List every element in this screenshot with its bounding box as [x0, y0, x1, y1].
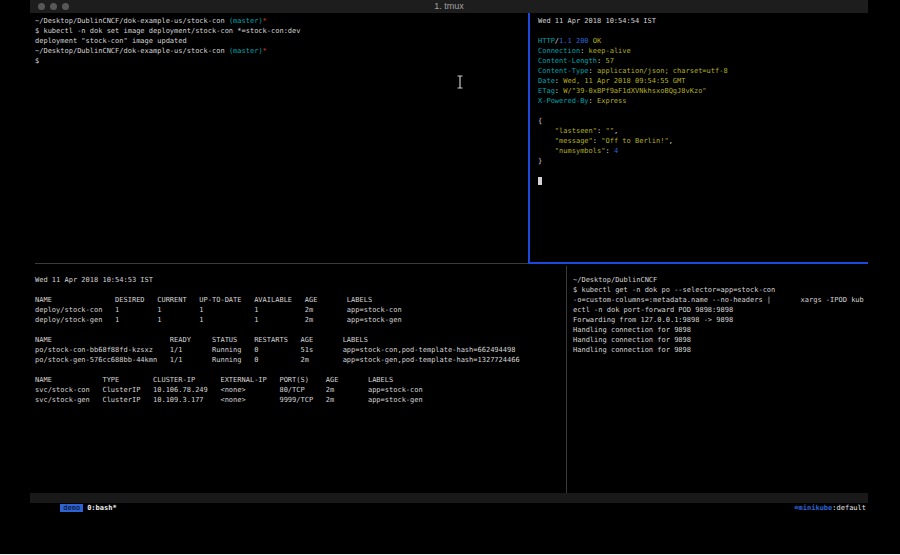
terminal-line: ectl -n dok port-forward POD 9898:9898	[573, 305, 868, 315]
terminal-line	[538, 176, 868, 186]
terminal-line	[538, 26, 868, 36]
terminal-line: "lastseen": "",	[538, 126, 868, 136]
tmux-session-name: demo	[60, 504, 83, 512]
pane-divider-vertical-bottom[interactable]	[566, 266, 567, 493]
terminal-line: deploy/stock-con 1 1 1 1 2m app=stock-co…	[35, 305, 565, 315]
terminal-line	[538, 106, 868, 116]
terminal-line: deployment "stock-con" image updated	[35, 36, 528, 46]
close-window-button[interactable]	[38, 3, 45, 10]
terminal-line: Date: Wed, 11 Apr 2018 09:54:55 GMT	[538, 76, 868, 86]
pane-divider-horizontal-right-active[interactable]	[528, 262, 868, 264]
pane-divider-horizontal-left[interactable]	[35, 263, 528, 264]
terminal-line: Forwarding from 127.0.0.1:9898 -> 9898	[573, 315, 868, 325]
pane-bottom-left-kubectl-tables[interactable]: Wed 11 Apr 2018 10:54:53 IST NAME DESIRE…	[30, 266, 565, 493]
terminal-line: ~/Desktop/DublinCNCF/dok-example-us/stoc…	[35, 46, 528, 56]
terminal-line: ~/Desktop/DublinCNCF/dok-example-us/stoc…	[35, 16, 528, 26]
terminal-line: Handling connection for 9898	[573, 335, 868, 345]
minimize-window-button[interactable]	[50, 3, 57, 10]
terminal-line: "message": "Off to Berlin!",	[538, 136, 868, 146]
terminal-line	[35, 325, 565, 335]
pane-divider-vertical-top-active[interactable]	[528, 13, 530, 264]
zoom-window-button[interactable]	[62, 3, 69, 10]
traffic-lights	[38, 3, 69, 10]
terminal-line: Wed 11 Apr 2018 10:54:54 IST	[538, 16, 868, 26]
desktop-background: 1. tmux ~/Desktop/DublinCNCF/dok-example…	[0, 0, 900, 555]
pane-top-right-http-response[interactable]: Wed 11 Apr 2018 10:54:54 IST HTTP/1.1 20…	[531, 13, 868, 262]
terminal-line: $	[35, 56, 528, 66]
kube-context-label: minikube	[799, 504, 833, 512]
pane-bottom-right-port-forward[interactable]: ~/Desktop/DublinCNCF$ kubectl get -n dok…	[568, 266, 868, 493]
terminal-line: HTTP/1.1 200 OK	[538, 36, 868, 46]
pane-top-left-shell[interactable]: ~/Desktop/DublinCNCF/dok-example-us/stoc…	[30, 13, 528, 262]
terminal-line: -o=custom-columns=:metadata.name --no-he…	[573, 295, 868, 305]
terminal-line: $ kubectl -n dok set image deployment/st…	[35, 26, 528, 36]
tmux-window-label[interactable]: 0:bash*	[87, 504, 117, 512]
tmux-pane-grid: ~/Desktop/DublinCNCF/dok-example-us/stoc…	[30, 13, 868, 493]
terminal-line: deploy/stock-gen 1 1 1 1 2m app=stock-ge…	[35, 315, 565, 325]
terminal-line: svc/stock-gen ClusterIP 10.109.3.177 <no…	[35, 395, 565, 405]
terminal-line	[35, 285, 565, 295]
terminal-line: ~/Desktop/DublinCNCF	[573, 275, 868, 285]
terminal-line: Connection: keep-alive	[538, 46, 868, 56]
terminal-line: po/stock-gen-576cc688bb-44kmn 1/1 Runnin…	[35, 355, 565, 365]
terminal-window: 1. tmux ~/Desktop/DublinCNCF/dok-example…	[30, 0, 868, 503]
terminal-line: Handling connection for 9898	[573, 345, 868, 355]
mouse-ibeam-cursor	[456, 75, 464, 89]
terminal-line: {	[538, 116, 868, 126]
terminal-line: svc/stock-con ClusterIP 10.106.78.249 <n…	[35, 385, 565, 395]
terminal-line: po/stock-con-bb68f88fd-kzsxz 1/1 Running…	[35, 345, 565, 355]
terminal-line	[538, 166, 868, 176]
terminal-line: "numsymbols": 4	[538, 146, 868, 156]
terminal-line: }	[538, 156, 868, 166]
terminal-line: NAME DESIRED CURRENT UP-TO-DATE AVAILABL…	[35, 295, 565, 305]
tmux-status-bar: demo0:bash* ☸minikube:default	[30, 493, 868, 503]
window-titlebar[interactable]: 1. tmux	[30, 0, 868, 13]
tmux-status-right: ☸minikube:default	[761, 493, 866, 523]
terminal-line: NAME READY STATUS RESTARTS AGE LABELS	[35, 335, 565, 345]
terminal-line: NAME TYPE CLUSTER-IP EXTERNAL-IP PORT(S)…	[35, 375, 565, 385]
terminal-line: X-Powered-By: Express	[538, 96, 868, 106]
terminal-line: Content-Length: 57	[538, 56, 868, 66]
window-title: 1. tmux	[30, 0, 868, 13]
terminal-line: ETag: W/"39-0xBPf9aF1dXVNkhsxoBQgJ8vKzo"	[538, 86, 868, 96]
terminal-line: Wed 11 Apr 2018 10:54:53 IST	[35, 275, 565, 285]
terminal-line: $ kubectl get -n dok po --selector=app=s…	[573, 285, 868, 295]
terminal-line: Content-Type: application/json; charset=…	[538, 66, 868, 76]
terminal-line: Handling connection for 9898	[573, 325, 868, 335]
terminal-line	[35, 365, 565, 375]
kube-namespace-label: :default	[832, 504, 866, 512]
